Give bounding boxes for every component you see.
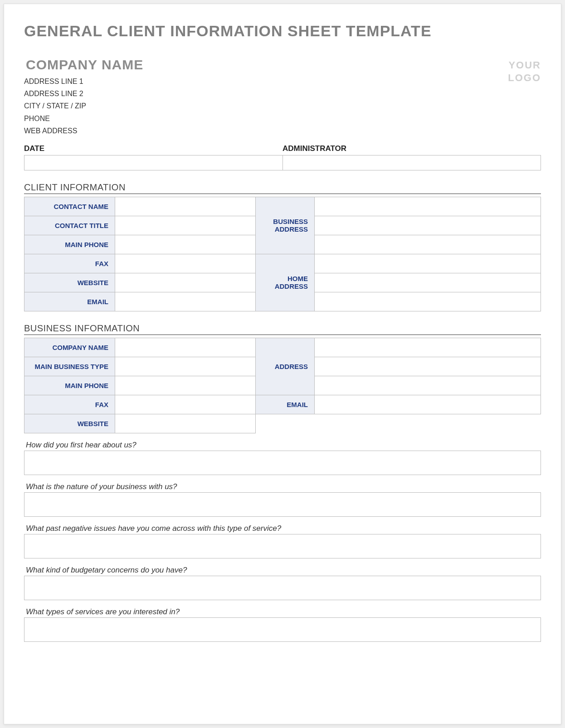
business-address-label: BUSINESS ADDRESS [256, 197, 315, 254]
question-1: How did you first hear about us? [24, 441, 541, 475]
address-line-2: ADDRESS LINE 2 [24, 87, 143, 100]
biz-address-label: ADDRESS [256, 338, 315, 395]
biz-website-label: WEBSITE [24, 414, 115, 433]
client-info-heading: CLIENT INFORMATION [24, 182, 541, 194]
date-label: DATE [24, 144, 282, 155]
question-5-label: What types of services are you intereste… [24, 607, 541, 617]
biz-website-input[interactable] [115, 414, 256, 433]
biz-main-phone-input[interactable] [115, 376, 256, 395]
biz-fax-input[interactable] [115, 395, 256, 414]
company-name: COMPANY NAME [26, 57, 143, 73]
question-4-label: What kind of budgetary concerns do you h… [24, 566, 541, 576]
phone: PHONE [24, 112, 143, 125]
company-block: COMPANY NAME ADDRESS LINE 1 ADDRESS LINE… [24, 57, 143, 137]
logo-line-1: YOUR [508, 59, 541, 72]
question-3-input[interactable] [24, 534, 541, 558]
contact-name-input[interactable] [115, 197, 256, 216]
client-website-input[interactable] [115, 273, 256, 292]
biz-company-name-input[interactable] [115, 338, 256, 357]
client-website-label: WEBSITE [24, 273, 115, 292]
biz-main-phone-label: MAIN PHONE [24, 376, 115, 395]
header-row: COMPANY NAME ADDRESS LINE 1 ADDRESS LINE… [24, 57, 541, 137]
question-4: What kind of budgetary concerns do you h… [24, 566, 541, 600]
business-info-heading: BUSINESS INFORMATION [24, 323, 541, 335]
biz-address-input-2[interactable] [315, 357, 541, 376]
question-3-label: What past negative issues have you come … [24, 524, 541, 534]
biz-company-name-label: COMPANY NAME [24, 338, 115, 357]
biz-email-input[interactable] [315, 395, 541, 414]
biz-address-input-3[interactable] [315, 376, 541, 395]
question-5-input[interactable] [24, 617, 541, 642]
biz-fax-label: FAX [24, 395, 115, 414]
logo-placeholder: YOUR LOGO [508, 57, 541, 84]
biz-email-label: EMAIL [256, 395, 315, 414]
client-info-table: CONTACT NAME BUSINESS ADDRESS CONTACT TI… [24, 197, 541, 311]
city-state-zip: CITY / STATE / ZIP [24, 100, 143, 112]
biz-address-input-1[interactable] [315, 338, 541, 357]
business-address-input-3[interactable] [315, 235, 541, 254]
business-address-input-1[interactable] [315, 197, 541, 216]
business-info-table: COMPANY NAME ADDRESS MAIN BUSINESS TYPE … [24, 338, 541, 433]
question-2-input[interactable] [24, 492, 541, 517]
client-email-label: EMAIL [24, 292, 115, 311]
date-input[interactable] [24, 155, 283, 170]
document-title: GENERAL CLIENT INFORMATION SHEET TEMPLAT… [24, 22, 541, 40]
company-address: ADDRESS LINE 1 ADDRESS LINE 2 CITY / STA… [24, 75, 143, 137]
home-address-input-3[interactable] [315, 292, 541, 311]
question-4-input[interactable] [24, 576, 541, 600]
administrator-label: ADMINISTRATOR [282, 144, 541, 155]
question-2-label: What is the nature of your business with… [24, 482, 541, 492]
contact-title-input[interactable] [115, 216, 256, 235]
question-3: What past negative issues have you come … [24, 524, 541, 558]
client-email-input[interactable] [115, 292, 256, 311]
home-address-label: HOME ADDRESS [256, 254, 315, 311]
biz-type-label: MAIN BUSINESS TYPE [24, 357, 115, 376]
administrator-input[interactable] [283, 155, 541, 170]
client-fax-label: FAX [24, 254, 115, 273]
contact-name-label: CONTACT NAME [24, 197, 115, 216]
web-address: WEB ADDRESS [24, 125, 143, 137]
meta-row: DATE ADMINISTRATOR [24, 144, 541, 170]
question-2: What is the nature of your business with… [24, 482, 541, 517]
biz-type-input[interactable] [115, 357, 256, 376]
question-1-input[interactable] [24, 451, 541, 475]
client-main-phone-input[interactable] [115, 235, 256, 254]
client-main-phone-label: MAIN PHONE [24, 235, 115, 254]
home-address-input-2[interactable] [315, 273, 541, 292]
logo-line-2: LOGO [508, 72, 541, 84]
question-1-label: How did you first hear about us? [24, 441, 541, 451]
business-address-input-2[interactable] [315, 216, 541, 235]
document-page: GENERAL CLIENT INFORMATION SHEET TEMPLAT… [4, 4, 561, 724]
client-fax-input[interactable] [115, 254, 256, 273]
contact-title-label: CONTACT TITLE [24, 216, 115, 235]
address-line-1: ADDRESS LINE 1 [24, 75, 143, 87]
home-address-input-1[interactable] [315, 254, 541, 273]
question-5: What types of services are you intereste… [24, 607, 541, 642]
